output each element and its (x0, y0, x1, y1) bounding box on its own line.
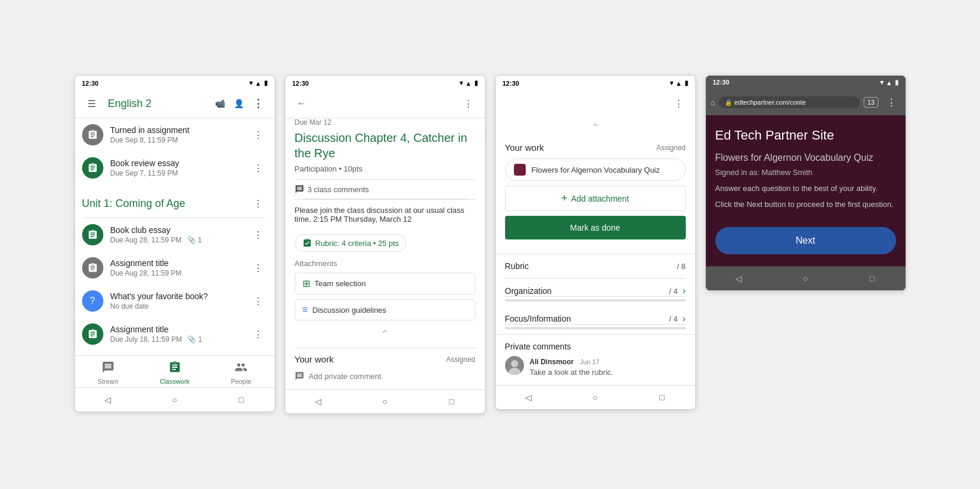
home-nav-btn[interactable]: ○ (798, 271, 812, 286)
item-more-icon[interactable]: ⋮ (249, 292, 268, 310)
screen2-app-bar: ← ⋮ (285, 89, 485, 118)
android-nav: ◁ ○ □ (285, 389, 485, 413)
rubric-org-section: Organization / 4 › (505, 278, 686, 302)
assignment-details: What's your favorite book? No due date (110, 292, 249, 310)
rubric-org-row[interactable]: Organization / 4 › (505, 278, 686, 297)
screen1-phone: 12:30 ▾ ▲ ▮ ☰ English 2 📹 👤 ⋮ Tu (74, 75, 275, 412)
assigned-badge: Assigned (446, 355, 475, 364)
assignment-due: Due Sep 7, 11:59 PM (110, 169, 249, 177)
add-private-comment[interactable]: Add private comment (295, 368, 476, 384)
recent-nav-btn[interactable]: □ (655, 390, 669, 404)
mark-done-button[interactable]: Mark as done (505, 216, 686, 239)
assignment-title: Book review essay (110, 158, 249, 168)
home-nav-btn[interactable]: ○ (588, 390, 602, 404)
home-nav-btn[interactable]: ○ (167, 393, 181, 407)
list-item[interactable]: Book club essay Due Aug 28, 11:59 PM 📎 1… (75, 218, 275, 251)
back-nav-btn[interactable]: ◁ (522, 390, 536, 404)
comments-row[interactable]: 3 class comments (295, 179, 476, 199)
due-text: Due Mar 12 (295, 118, 476, 127)
comment-content: Ali Dinsmoor Jun 17 Take a look at the r… (530, 356, 614, 377)
item-more-icon[interactable]: ⋮ (249, 325, 268, 344)
nav-people[interactable]: People (208, 356, 275, 387)
back-icon[interactable]: ← (292, 94, 311, 113)
rubric-focus-section: Focus/Information / 4 › (505, 306, 686, 329)
screen2-status-icons: ▾ ▲ ▮ (460, 79, 478, 87)
more-vert-icon[interactable]: ⋮ (459, 94, 478, 113)
browser-more-icon[interactable]: ⋮ (882, 93, 901, 112)
back-nav-btn[interactable]: ◁ (101, 393, 115, 407)
attachment-title: Discussion guidelines (312, 306, 386, 315)
url-text: edtechpartner.com/conte (734, 99, 806, 106)
list-item[interactable]: Assignment title Due July 18, 11:59 PM 📎… (75, 318, 275, 351)
signal-icon: ▲ (676, 80, 682, 87)
nav-stream[interactable]: Stream (75, 356, 142, 387)
rubric-section: Rubric / 8 Organization / 4 › Fo (496, 254, 695, 329)
wifi-icon: ▾ (670, 79, 673, 87)
assignment-meta: Participation • 10pts (295, 164, 476, 173)
back-nav-btn[interactable]: ◁ (732, 271, 746, 286)
quiz-title: Flowers for Algernon Vocabulary Quiz (715, 153, 896, 163)
add-attachment-btn[interactable]: + Add attachment (505, 186, 686, 211)
nav-people-label: People (231, 378, 251, 385)
assignment-icon (82, 224, 103, 245)
recent-nav-btn[interactable]: □ (234, 393, 248, 407)
chevron-right-icon: › (682, 286, 685, 296)
screen4-phone: 12:30 ▾ ▲ ▮ ⌂ 🔒 edtechpartner.com/conte … (705, 75, 906, 291)
rubric-focus-row[interactable]: Focus/Information / 4 › (505, 306, 686, 325)
assignment-due: Due Aug 28, 11:59 PM 📎 1 (110, 236, 249, 244)
item-more-icon[interactable]: ⋮ (249, 225, 268, 244)
list-item[interactable]: Assignment title Due Aug 28, 11:59 PM ⋮ (75, 251, 275, 284)
assignment-name: Discussion Chapter 4, Catcher in the Rye (295, 130, 476, 161)
comment-meta: Ali Dinsmoor Jun 17 (530, 356, 614, 367)
menu-icon[interactable]: ☰ (82, 94, 101, 113)
assignment-details: Book club essay Due Aug 28, 11:59 PM 📎 1 (110, 225, 249, 244)
list-item[interactable]: Turned in assignment Due Sep 8, 11:59 PM… (75, 118, 275, 151)
rubric-chip[interactable]: Rubric: 4 criteria • 25 pts (295, 234, 407, 252)
nav-classwork[interactable]: Classwork (141, 356, 208, 387)
assignment-header: Due Mar 12 Discussion Chapter 4, Catcher… (285, 118, 485, 257)
battery-icon: ▮ (264, 79, 268, 87)
assignment-title: Turned in assignment (110, 125, 249, 135)
more-vert-icon[interactable]: ⋮ (249, 94, 268, 113)
section-more-icon[interactable]: ⋮ (249, 194, 268, 213)
video-icon[interactable]: 📹 (211, 94, 230, 113)
svg-point-1 (511, 360, 518, 367)
your-work-section: Your work Assigned Add private comment (285, 348, 485, 384)
add-attachment-label: Add attachment (571, 194, 629, 203)
signed-in-text: Signed in as: Matthew Smith (715, 168, 896, 177)
battery-icon: ▮ (685, 79, 688, 87)
item-more-icon[interactable]: ⋮ (249, 158, 268, 177)
screen1-title: English 2 (108, 98, 211, 110)
assignment-due: Due July 18, 11:59 PM 📎 1 (110, 335, 249, 344)
android-nav: ◁ ○ □ (706, 266, 906, 290)
attachment-team-selection[interactable]: ⊞ Team selection (295, 273, 476, 294)
screen4-status-icons: ▾ ▲ ▮ (880, 79, 898, 86)
private-comments-label: Private comments (505, 342, 686, 351)
people-icon (235, 361, 248, 377)
rubric-chip-text: Rubric: 4 criteria • 25 pts (315, 239, 399, 248)
recent-nav-btn[interactable]: □ (444, 394, 458, 409)
home-browser-icon[interactable]: ⌂ (711, 98, 715, 107)
recent-nav-btn[interactable]: □ (865, 271, 879, 286)
screen4-time: 12:30 (713, 79, 730, 86)
rubric-org-label: Organization (505, 286, 552, 296)
home-nav-btn[interactable]: ○ (377, 394, 392, 409)
signal-icon: ▲ (465, 80, 472, 87)
assignment-icon: ? (82, 290, 103, 312)
your-work-section: Your work Assigned Flowers for Algernon … (496, 135, 695, 254)
browser-url-bar[interactable]: 🔒 edtechpartner.com/conte (719, 96, 860, 108)
swipe-chevron-icon: ⌃ (591, 121, 600, 134)
back-nav-btn[interactable]: ◁ (311, 394, 325, 409)
list-item[interactable]: ? What's your favorite book? No due date… (75, 284, 275, 318)
tab-count[interactable]: 13 (864, 97, 878, 108)
person-add-icon[interactable]: 👤 (230, 94, 249, 113)
next-button[interactable]: Next (715, 227, 896, 254)
more-vert-icon[interactable]: ⋮ (669, 94, 688, 113)
assignment-due: Due Sep 8, 11:59 PM (110, 136, 249, 144)
attachment-guidelines[interactable]: ≡ Discussion guidelines (295, 299, 476, 320)
item-more-icon[interactable]: ⋮ (249, 125, 268, 144)
vocab-chip[interactable]: Flowers for Algernon Vocabulary Quiz (505, 158, 686, 181)
item-more-icon[interactable]: ⋮ (249, 258, 268, 277)
nav-classwork-label: Classwork (159, 378, 190, 385)
list-item[interactable]: Book review essay Due Sep 7, 11:59 PM ⋮ (75, 151, 275, 184)
